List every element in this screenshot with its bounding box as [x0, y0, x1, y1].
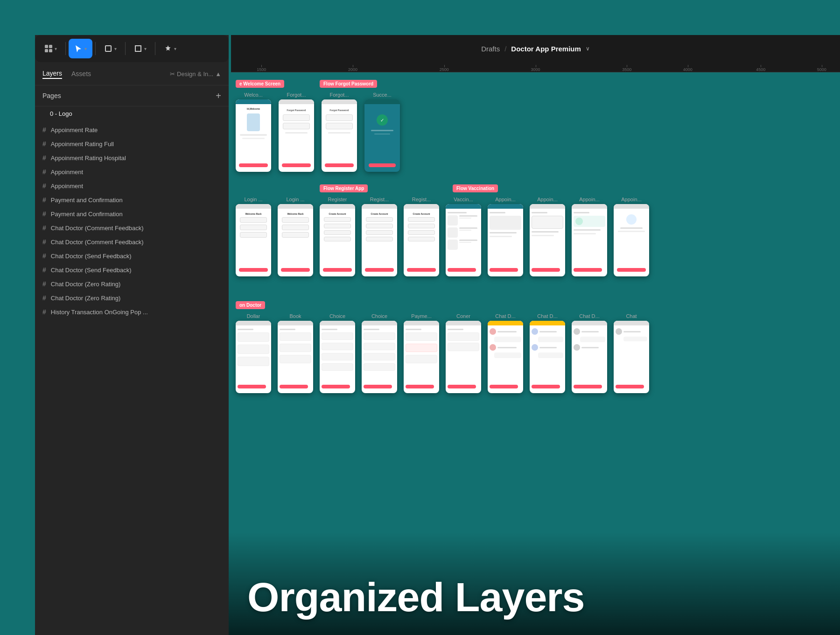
add-page-button[interactable]: +	[216, 91, 221, 100]
toolbar-divider-2	[95, 42, 96, 55]
frame-chatd3[interactable]	[572, 321, 607, 393]
frame-dollar[interactable]	[236, 321, 271, 393]
shape-tool-button[interactable]: ▾	[128, 39, 152, 58]
frame-group-login2: Login ... Welcome Back	[278, 197, 313, 276]
frame-register1[interactable]: Create Account	[320, 204, 355, 276]
layer-item-appoint-1[interactable]: # Appoinment	[35, 165, 229, 179]
frame-label-book: Book	[289, 313, 301, 319]
design-inspect-tab[interactable]: ✂ Design & In... ▲	[170, 71, 221, 78]
toolbar: ▾ ▾ ▾ ▾ ▾	[35, 35, 229, 62]
frame-group-login1: Login ... Welcome Back	[236, 197, 271, 276]
frame-payme[interactable]	[404, 321, 439, 393]
hash-icon-payment-1: #	[42, 196, 46, 204]
select-tool-button[interactable]: ▾	[69, 39, 92, 58]
frame-coner[interactable]	[446, 321, 481, 393]
frame-group-choice2: Choice	[362, 313, 397, 393]
pen-icon	[164, 44, 172, 53]
layer-item-history-trans[interactable]: # History Transaction OnGoing Pop ...	[35, 305, 229, 319]
frame-forgot2[interactable]: Forgot Password	[322, 99, 357, 172]
page-item-logo[interactable]: 0 - Logo	[35, 106, 229, 121]
frame-group-book: Book	[278, 313, 313, 393]
frame-chat4[interactable]	[614, 321, 649, 393]
frame-appoin1[interactable]	[488, 204, 523, 276]
grid-chevron: ▾	[55, 46, 57, 51]
frame-group-appoin4: Appoin...	[614, 197, 649, 276]
layer-name-chat-send-1: Chat Doctor (Send Feedback)	[51, 253, 132, 260]
frame-label-appoin3: Appoin...	[579, 197, 599, 202]
breadcrumb-separator: /	[504, 45, 506, 53]
frame-label-forgot2: Forgot...	[330, 92, 349, 98]
frame-label-chat4: Chat	[626, 313, 637, 319]
frame-label-regist2: Regist...	[370, 197, 389, 202]
frame-label-choice1: Choice	[329, 313, 345, 319]
layer-item-appoint-rating-full[interactable]: # Appoinment Rating Full	[35, 137, 229, 151]
frame-group-success: Succe... ✓	[364, 92, 400, 172]
frame-label-login2: Login ...	[286, 197, 304, 202]
frame-label-login1: Login ...	[244, 197, 262, 202]
layer-item-appoint-rating-hospital[interactable]: # Appoinment Rating Hospital	[35, 151, 229, 165]
grid-tool-button[interactable]: ▾	[39, 39, 63, 58]
layer-item-chat-zero-2[interactable]: # Chat Doctor (Zero Rating)	[35, 291, 229, 305]
project-name: Doctor App Premium	[511, 45, 581, 53]
hash-icon-appoint-rating-full: #	[42, 140, 46, 148]
pages-title: Pages	[42, 92, 61, 99]
vaccination-chip: Flow Vaccination	[453, 184, 498, 192]
left-panel: Layers Assets ✂ Design & In... ▲ Pages +…	[35, 35, 229, 635]
pen-tool-button[interactable]: ▾	[158, 39, 182, 58]
frame-group-appoin1: Appoin...	[488, 197, 523, 276]
layer-name-payment-2: Payment and Confirmation	[51, 211, 123, 218]
ruler-mark-2000: 2000	[348, 67, 357, 72]
canvas-content: e Welcome Screen Flow Forgot Password We…	[231, 72, 840, 635]
frame-choice2[interactable]	[362, 321, 397, 393]
tab-assets[interactable]: Assets	[71, 70, 91, 78]
layer-item-chat-comment-2[interactable]: # Chat Doctor (Comment Feedback)	[35, 235, 229, 249]
svg-rect-4	[105, 46, 111, 51]
tab-layers[interactable]: Layers	[42, 70, 62, 79]
hash-icon-appoint-rate: #	[42, 126, 46, 134]
frames-row1: Welco... Hi,Welcome Forgot... Forgot Pas…	[236, 92, 400, 172]
ruler-mark-3500: 3500	[622, 67, 631, 72]
layer-item-chat-zero-1[interactable]: # Chat Doctor (Zero Rating)	[35, 277, 229, 291]
frame-regist3[interactable]: Create Account	[404, 204, 439, 276]
frame-login1[interactable]: Welcome Back	[236, 204, 271, 276]
project-chevron[interactable]: ∨	[586, 45, 590, 52]
layer-item-chat-send-1[interactable]: # Chat Doctor (Send Feedback)	[35, 249, 229, 263]
ruler-mark-4500: 4500	[756, 67, 765, 72]
hash-icon-history-trans: #	[42, 308, 46, 316]
scissors-icon: ✂	[170, 71, 175, 78]
frame-book[interactable]	[278, 321, 313, 393]
frame-chatd1[interactable]	[488, 321, 523, 393]
frame-group-chatd3: Chat D...	[572, 313, 607, 393]
frame-login2[interactable]: Welcome Back	[278, 204, 313, 276]
frame-group-dollar: Dollar	[236, 313, 271, 393]
frame-forgot1[interactable]: Forgot Password	[279, 99, 314, 172]
hash-icon-appoint-1: #	[42, 168, 46, 176]
frame-group-regist3: Regist... Create Account	[404, 197, 439, 276]
layer-item-chat-send-2[interactable]: # Chat Doctor (Send Feedback)	[35, 263, 229, 277]
drafts-link[interactable]: Drafts	[481, 45, 500, 53]
frame-label-regist3: Regist...	[412, 197, 431, 202]
svg-rect-5	[135, 46, 141, 51]
layer-name-appoint-2: Appoinment	[51, 183, 83, 190]
layers-list: # Appoinment Rate # Appoinment Rating Fu…	[35, 121, 229, 635]
layer-item-chat-comment-1[interactable]: # Chat Doctor (Comment Feedback)	[35, 221, 229, 235]
frame-group-chatd2: Chat D...	[530, 313, 565, 393]
design-label: Design & In...	[177, 71, 213, 78]
frame-regist2[interactable]: Create Account	[362, 204, 397, 276]
frame-welcome[interactable]: Hi,Welcome	[236, 99, 271, 172]
layer-item-appoint-2[interactable]: # Appoinment	[35, 179, 229, 193]
frame-appoin3[interactable]	[572, 204, 607, 276]
frame-vaccin[interactable]	[446, 204, 481, 276]
frame-chatd2[interactable]	[530, 321, 565, 393]
frame-tool-button[interactable]: ▾	[98, 39, 122, 58]
frame-success[interactable]: ✓	[364, 99, 400, 172]
layer-item-payment-1[interactable]: # Payment and Confirmation	[35, 193, 229, 207]
layer-item-appoint-rate[interactable]: # Appoinment Rate	[35, 123, 229, 137]
frame-appoin2[interactable]	[530, 204, 565, 276]
svg-rect-1	[49, 45, 52, 48]
frame-choice1[interactable]	[320, 321, 355, 393]
frame-group-appoin3: Appoin...	[572, 197, 607, 276]
frame-appoin4[interactable]	[614, 204, 649, 276]
layer-item-payment-2[interactable]: # Payment and Confirmation	[35, 207, 229, 221]
layer-name-appoint-1: Appoinment	[51, 169, 83, 176]
